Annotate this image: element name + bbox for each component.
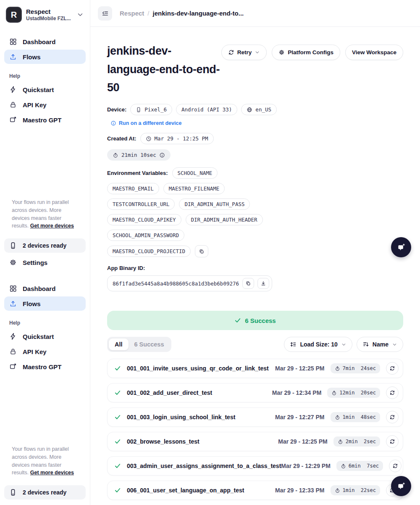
sidebar-item-settings[interactable]: Settings xyxy=(4,255,86,270)
load-size-dropdown[interactable]: Load Size: 10 xyxy=(284,337,352,352)
retry-test-button[interactable] xyxy=(386,362,399,375)
success-banner-text: 6 Success xyxy=(245,317,276,324)
copy-env-vars-button[interactable] xyxy=(195,245,208,257)
results-filter-tabs: All 6 Success xyxy=(107,337,171,352)
sidebar-item-maestro-gpt[interactable]: Maestro GPT xyxy=(4,113,86,127)
globe-icon xyxy=(247,107,252,113)
sidebar-item-label: Dashboard xyxy=(23,285,55,292)
breadcrumb-separator: / xyxy=(147,10,149,17)
test-row[interactable]: 006_001_user_set_language_on_app_test Ma… xyxy=(107,481,403,500)
get-more-devices-link[interactable]: Get more devices xyxy=(30,223,74,229)
chevron-down-icon xyxy=(392,342,397,347)
device-os: Android (API 33) xyxy=(181,106,232,113)
test-row[interactable]: 001_001_invite_users_using_qr_code_or_li… xyxy=(107,359,403,378)
run-on-different-device-link[interactable]: Run on a different device xyxy=(110,120,403,126)
device-os-chip: Android (API 33) xyxy=(176,104,237,115)
info-icon xyxy=(110,120,116,126)
collapse-sidebar-icon xyxy=(101,10,109,17)
test-row[interactable]: 001_003_login_using_school_link_test Mar… xyxy=(107,407,403,427)
sidebar-item-flows[interactable]: Flows xyxy=(4,296,86,311)
test-duration: 2min 2sec xyxy=(346,439,376,444)
stopwatch-icon xyxy=(338,439,343,444)
stopwatch-icon xyxy=(335,415,340,420)
download-binary-button[interactable] xyxy=(257,278,269,289)
chat-bubble-sparkle-icon xyxy=(396,481,406,491)
devices-ready-pill[interactable]: 2 devices ready xyxy=(4,238,86,253)
retry-test-button[interactable] xyxy=(389,460,402,472)
test-row[interactable]: 003_admin_user_assigns_assignment_to_a_c… xyxy=(107,456,403,476)
view-workspace-button[interactable]: View Workspace xyxy=(345,45,403,60)
workspace-switcher[interactable]: R Respect UstadMobile FZL... xyxy=(4,7,86,23)
sidebar-item-dashboard[interactable]: Dashboard xyxy=(4,34,86,49)
upload-icon xyxy=(9,53,17,61)
devices-ready-pill[interactable]: 2 devices ready xyxy=(4,485,86,500)
duration-row: 21min 10sec xyxy=(107,149,403,161)
app-binary-id: 86f1fad3e5445a8a4b988605c8a1d3beb6b09276 xyxy=(113,280,239,287)
breadcrumb-root[interactable]: Respect xyxy=(120,10,144,17)
lightning-icon xyxy=(9,86,17,93)
copy-binary-id-button[interactable] xyxy=(242,278,254,289)
phone-icon xyxy=(136,107,142,113)
tab-all[interactable]: All xyxy=(109,338,129,350)
success-check-icon xyxy=(114,389,121,396)
test-row[interactable]: 002_browse_lessons_test Mar 29 - 12:25 P… xyxy=(107,432,403,451)
workspace-org: UstadMobile FZL... xyxy=(26,16,72,21)
sidebar-item-quickstart[interactable]: Quickstart xyxy=(4,82,86,97)
upload-icon xyxy=(9,300,17,307)
sort-dropdown[interactable]: Name xyxy=(357,337,403,352)
retry-label: Retry xyxy=(237,49,252,56)
devices-ready-label: 2 devices ready xyxy=(23,242,66,249)
phone-icon xyxy=(9,489,17,496)
test-time: Mar 29 - 12:25 PM xyxy=(278,438,328,445)
check-icon xyxy=(234,317,241,324)
retry-test-button[interactable] xyxy=(386,435,399,448)
sidebar-item-label: Dashboard xyxy=(23,38,55,45)
stopwatch-icon xyxy=(113,152,118,158)
workspace-logo: R xyxy=(6,7,22,23)
collapse-sidebar-button[interactable] xyxy=(98,6,112,21)
help-section-heading: Help xyxy=(9,320,81,326)
test-duration-badge: 7min 24sec xyxy=(331,363,380,373)
device-locale-chip: en_US xyxy=(241,104,277,115)
chat-assistant-button[interactable] xyxy=(391,237,411,257)
refresh-icon xyxy=(389,439,395,444)
stopwatch-icon xyxy=(341,463,346,469)
sidebar-item-api-key[interactable]: API Key xyxy=(4,98,86,112)
retry-test-button[interactable] xyxy=(386,386,399,399)
workspace-name: Respect xyxy=(26,8,72,15)
retry-test-button[interactable] xyxy=(386,411,399,423)
sidebar-item-flows[interactable]: Flows xyxy=(4,50,86,64)
success-banner: 6 Success xyxy=(107,311,403,330)
lock-icon xyxy=(9,348,17,355)
sidebar-item-quickstart[interactable]: Quickstart xyxy=(4,329,86,344)
platform-configs-button[interactable]: Platform Configs xyxy=(272,45,340,60)
lightning-icon xyxy=(9,333,17,340)
sidebar-item-settings[interactable]: Settings xyxy=(4,502,86,505)
success-check-icon xyxy=(114,463,121,469)
sidebar-item-label: Flows xyxy=(23,53,41,61)
sort-label: Name xyxy=(373,341,388,348)
sidebar-item-label: Maestro GPT xyxy=(23,363,62,370)
chat-assistant-button[interactable] xyxy=(391,476,411,496)
get-more-devices-link[interactable]: Get more devices xyxy=(30,470,74,476)
refresh-icon xyxy=(389,365,395,371)
success-check-icon xyxy=(114,414,121,420)
env-var-chip: DIR_ADMIN_AUTH_PASS xyxy=(179,198,250,210)
info-icon[interactable] xyxy=(159,152,165,158)
tab-success[interactable]: 6 Success xyxy=(129,338,170,350)
test-name: 001_002_add_user_direct_test xyxy=(127,389,212,396)
sidebar-item-maestro-gpt[interactable]: Maestro GPT xyxy=(4,360,86,374)
sidebar-item-dashboard[interactable]: Dashboard xyxy=(4,281,86,296)
device-label: Device: xyxy=(107,106,126,113)
sidebar-item-label: API Key xyxy=(23,348,47,355)
sidebar-item-label: Quickstart xyxy=(23,333,54,340)
test-row[interactable]: 001_002_add_user_direct_test Mar 29 - 12… xyxy=(107,383,403,402)
retry-button[interactable]: Retry xyxy=(221,45,267,60)
total-duration-value: 21min 10sec xyxy=(121,152,156,158)
success-check-icon xyxy=(114,487,121,494)
help-section-heading: Help xyxy=(9,73,81,79)
sidebar-item-api-key[interactable]: API Key xyxy=(4,344,86,359)
parallel-devices-note: Your flows run in parallel across device… xyxy=(12,198,79,230)
success-check-icon xyxy=(114,365,121,372)
clock-icon xyxy=(146,136,152,142)
